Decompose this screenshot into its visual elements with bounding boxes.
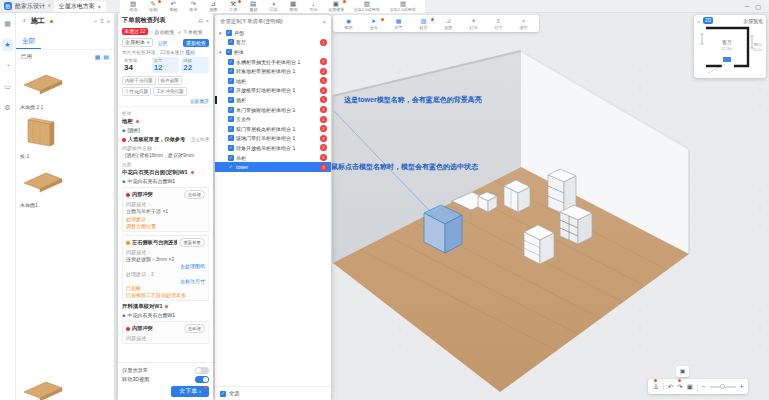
tree-row[interactable]: 客厅 1 xyxy=(215,38,331,48)
catalog-thumb[interactable]: 木饰面 2 1 xyxy=(20,65,64,110)
checkbox[interactable] xyxy=(228,155,234,161)
mode-2d-chip[interactable]: 2D xyxy=(703,17,713,24)
tree-row[interactable]: 地柜 1 xyxy=(215,76,331,86)
toolbar-button[interactable]: ↶ 撤销 xyxy=(164,0,183,12)
viewport-tool-button[interactable]: ➤ 漫游 xyxy=(361,18,386,30)
tree-row[interactable]: 双门带层板高柜柜体组合 1 2 xyxy=(215,124,331,134)
viewport-tool-button[interactable]: ≡ 对齐 xyxy=(486,18,511,30)
back-button[interactable]: ‹ xyxy=(48,1,51,11)
tree-row[interactable]: 五金件 1 xyxy=(215,114,331,124)
search-icon[interactable]: ⌕ xyxy=(94,18,97,25)
panel-close-icon[interactable]: × xyxy=(206,18,209,24)
filter-chip[interactable]: 工艺冲突问题 xyxy=(153,87,187,96)
checkbox[interactable] xyxy=(228,97,234,103)
walk-mode-icon[interactable]: ♙ xyxy=(653,379,659,394)
tree-row[interactable]: tower 3 xyxy=(215,162,331,172)
close-icon[interactable]: × xyxy=(322,19,326,25)
tree-row[interactable]: 酒柜 1 xyxy=(215,95,331,105)
item-ref[interactable]: 中花白石英石台面W1 xyxy=(127,178,175,184)
item-ref[interactable]: 中花白石英石台面W1 xyxy=(127,312,175,318)
show-errors-toggle[interactable] xyxy=(195,367,209,374)
submit-order-button[interactable]: 去下单 › xyxy=(171,386,209,397)
toolbar-button[interactable]: ✎ 绘制 xyxy=(144,0,163,12)
stat-cell[interactable]: 提醒 22 xyxy=(181,57,209,73)
toolbar-mode-button[interactable]: ▥ 水电1.0试用版 xyxy=(385,0,420,12)
checkbox[interactable] xyxy=(228,164,234,170)
checkbox[interactable] xyxy=(228,39,234,45)
viewport-tool-button[interactable]: × 清空 xyxy=(511,18,536,30)
public-area-link[interactable]: 公区 xyxy=(158,40,168,46)
toolbar-button[interactable]: ▦ 图纸 xyxy=(284,0,303,12)
toolbar-button[interactable]: ⊿ 测量 xyxy=(204,0,223,12)
panel-minimize-icon[interactable]: ⊟ xyxy=(198,18,203,24)
tree-row[interactable]: 开放格带灯地柜柜体组合 1 2 xyxy=(215,86,331,96)
undo-icon[interactable]: ↶ xyxy=(668,379,673,394)
filter-chip[interactable]: 板件超限 xyxy=(158,76,182,85)
zoom-in-icon[interactable]: + xyxy=(740,379,744,394)
viewport-tool-button[interactable]: ▨ 材质 xyxy=(411,18,436,30)
tree-row[interactable]: ▾ 户型 xyxy=(215,28,331,38)
toolbar-mode-button[interactable]: ▥ 水电2.0试用版 xyxy=(349,0,384,12)
tree-row[interactable]: 水槽柜带抽无拉手柜体组合 1 2 xyxy=(215,57,331,67)
toolbar-button[interactable]: ↷ 恢复 xyxy=(184,0,203,12)
tree-row[interactable]: 单门带抽屉地柜柜体组合 1 2 xyxy=(215,105,331,115)
tree-row[interactable]: ▾ 柜体 xyxy=(215,47,331,57)
viewport-tool-button[interactable]: ☀ 灯光 xyxy=(461,18,486,30)
zoom-slider[interactable] xyxy=(710,386,736,388)
minimap-label[interactable]: 全屋预览 xyxy=(743,18,763,24)
checkbox[interactable] xyxy=(228,135,234,141)
rail-icon[interactable]: ▦ xyxy=(2,18,14,30)
caret-down-icon[interactable]: ▾ xyxy=(219,30,224,36)
rules-link[interactable]: 规则 xyxy=(185,50,194,55)
3d-viewport[interactable] xyxy=(115,13,769,400)
checkbox[interactable] xyxy=(226,49,232,55)
zoom-out-icon[interactable]: − xyxy=(702,379,706,394)
rail-icon[interactable]: ◔ xyxy=(2,60,14,72)
link-3d-toggle[interactable] xyxy=(195,376,209,383)
redo-icon[interactable]: ↷ xyxy=(677,379,682,394)
ignored-flag[interactable]: 已忽略 xyxy=(126,285,205,291)
scope-select[interactable]: 全屋柜体 ▾ xyxy=(122,38,153,47)
caret-down-icon[interactable]: ▾ xyxy=(219,49,224,55)
toolbar-button[interactable]: ▤ 素材 xyxy=(244,0,263,12)
toolbar-button[interactable]: ◑ 渲染 xyxy=(264,0,283,12)
stat-cell[interactable]: 异常 12 xyxy=(152,57,180,73)
expand-all-link[interactable]: 全部展开 xyxy=(190,99,209,104)
collapse-icon[interactable]: « xyxy=(107,18,110,25)
group-title[interactable]: 地柜 xyxy=(122,118,136,125)
tree-row[interactable]: 转角地柜带层板柜体组合 1 2 xyxy=(215,66,331,76)
toolbar-button[interactable]: ⚒ 工具 xyxy=(224,0,243,12)
list-icon[interactable]: ≡ xyxy=(100,18,104,25)
filter-chip[interactable]: 个性化问题 xyxy=(122,87,151,96)
viewport-tool-button[interactable]: ◉ 视图 xyxy=(336,18,361,30)
rail-icon[interactable]: ★ xyxy=(2,39,14,51)
open-drawing-link[interactable]: 去处理图纸 xyxy=(180,263,205,269)
select-all-checkbox[interactable] xyxy=(220,391,226,397)
viewport-tool-button[interactable]: ▦ 布置 xyxy=(386,18,411,30)
checkbox[interactable] xyxy=(226,30,232,36)
toolbar-button[interactable]: ↓ 导出 xyxy=(304,0,323,12)
tree-row[interactable]: 转角开放格吊柜柜体组合 1 2 xyxy=(215,143,331,153)
catalog-tab-all[interactable]: 全部 xyxy=(16,35,41,49)
tree-row[interactable]: 吊柜 1 xyxy=(215,153,331,163)
recheck-pill-button[interactable]: 重新检查 xyxy=(179,238,205,247)
catalog-thumb[interactable]: 木饰面1 xyxy=(20,163,64,208)
tab-failed[interactable]: 未通过 22 xyxy=(122,28,148,35)
item-ref[interactable]: [酒柜] xyxy=(127,127,140,133)
checkbox[interactable] xyxy=(228,78,234,84)
toolbar-button[interactable]: ▧ 框选 xyxy=(124,0,143,12)
checkbox[interactable] xyxy=(228,59,234,65)
list-view-icon[interactable]: ▤ xyxy=(103,53,109,60)
tree-row[interactable]: 玻璃门带灯吊柜柜体组合 1 2 xyxy=(215,134,331,144)
recheck-button[interactable]: 重新检查 xyxy=(183,39,209,47)
tab-auto-check[interactable]: ○ 自动检查 xyxy=(151,29,175,35)
catalog-thumb[interactable]: 板.1 xyxy=(20,114,64,159)
catalog-thumb-partial[interactable] xyxy=(20,372,64,400)
used-label[interactable]: 已用 xyxy=(21,53,32,60)
resolve-button[interactable]: 去处理 xyxy=(184,190,205,199)
group-title[interactable]: 开料清单核对W1 xyxy=(122,303,165,310)
catalog-back-button[interactable]: ‹ xyxy=(23,16,26,26)
checkbox[interactable] xyxy=(228,87,234,93)
toolbar-mode-button[interactable]: ▣ 全屋硬装 xyxy=(324,0,348,12)
annotate-size-link[interactable]: 去标注尺寸 xyxy=(180,278,205,284)
